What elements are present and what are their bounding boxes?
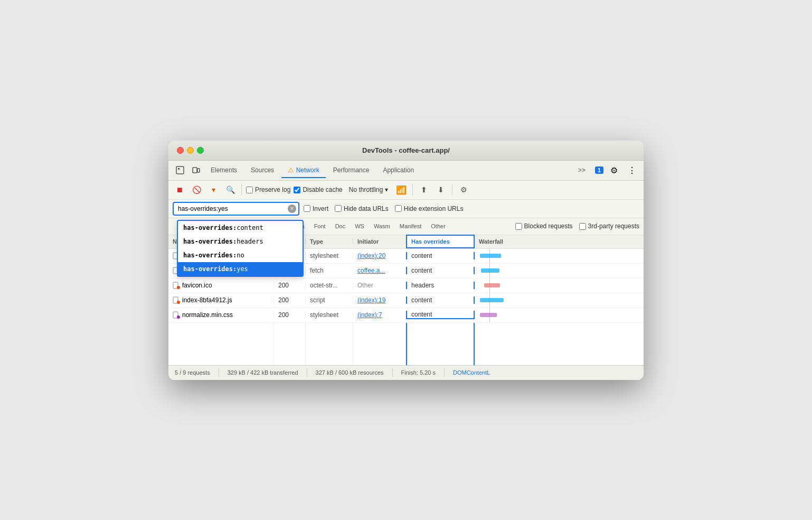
autocomplete-item-yes[interactable]: has-overrides:yes [178,262,303,276]
row-type-2: fetch [306,267,353,274]
col-overrides-header[interactable]: Has overrides [406,235,475,248]
table-row[interactable]: normalize.min.css 200 stylesheet (index)… [168,308,644,323]
autocomplete-item-no[interactable]: has-overrides:no [178,248,303,262]
toolbar-divider-3 [452,184,452,195]
devtools-window: DevTools - coffee-cart.app/ Elements Sou… [168,141,644,380]
request-count: 5 / 9 requests [175,369,210,376]
row-overrides-4: content [406,296,475,304]
col-type-header[interactable]: Type [306,238,353,245]
row-name-5: normalize.min.css [168,311,274,319]
row-type-3: octet-str... [306,282,353,289]
row-waterfall-3 [475,278,644,293]
empty-space [168,323,644,365]
preserve-log-checkbox[interactable] [246,187,253,193]
row-initiator-2[interactable]: coffee.a... [353,267,406,274]
throttle-select[interactable]: No throttling ▾ [346,185,392,194]
more-tabs-button[interactable]: >> [572,163,592,177]
row-type-5: stylesheet [306,311,353,319]
search-button[interactable]: 🔍 [223,183,237,197]
close-button[interactable] [177,147,184,154]
file-icon-5 [173,311,180,319]
upload-button[interactable]: ⬆ [417,183,431,197]
type-filter-doc[interactable]: Doc [331,222,350,230]
filter-options: Invert Hide data URLs Hide extension URL… [304,205,639,212]
invert-label[interactable]: Invert [304,205,328,212]
tab-sources[interactable]: Sources [244,163,280,177]
stop-recording-button[interactable]: ⏹ [173,183,186,197]
row-initiator-1[interactable]: (index):20 [353,252,406,259]
file-icon-3 [173,282,180,289]
hide-data-urls-label[interactable]: Hide data URLs [335,205,389,212]
tab-performance[interactable]: Performance [327,163,376,177]
status-divider-2 [307,368,307,377]
disable-cache-label[interactable]: Disable cache [294,186,342,193]
status-divider-3 [392,368,393,377]
device-icon[interactable] [188,163,203,178]
domcontent-link[interactable]: DOMContentL [453,369,490,376]
row-initiator-4[interactable]: (index):19 [353,296,406,304]
preserve-log-label[interactable]: Preserve log [246,186,290,193]
row-name-4: index-8bfa4912.js [168,296,274,304]
tab-network[interactable]: ⚠ Network [281,163,326,178]
type-filter-ws[interactable]: WS [351,222,369,230]
filter-clear-button[interactable]: ✕ [288,205,296,213]
svg-point-13 [177,315,180,319]
download-button[interactable]: ⬇ [434,183,448,197]
network-warning-icon: ⚠ [288,166,296,174]
row-waterfall-2 [475,264,644,278]
type-filter-wasm[interactable]: Wasm [370,222,394,230]
autocomplete-item-headers[interactable]: has-overrides:headers [178,235,303,248]
svg-rect-0 [176,166,184,174]
settings-icon[interactable]: ⚙ [607,163,621,178]
row-initiator-3: Other [353,282,406,289]
filter-button[interactable]: ▾ [206,183,220,197]
row-status-3: 200 [274,282,306,289]
svg-point-9 [177,286,180,289]
hide-data-urls-checkbox[interactable] [335,205,342,212]
autocomplete-item-content[interactable]: has-overrides:content [178,221,303,235]
more-options-icon[interactable]: ⋮ [625,163,639,178]
clear-button[interactable]: 🚫 [190,183,203,197]
maximize-button[interactable] [197,147,204,154]
blocked-requests-checkbox[interactable] [515,223,522,230]
tab-elements[interactable]: Elements [204,163,243,177]
type-filter-manifest[interactable]: Manifest [395,222,426,230]
hide-extension-urls-label[interactable]: Hide extension URLs [395,205,464,212]
network-settings-button[interactable]: ⚙ [457,183,470,197]
row-waterfall-5 [475,308,644,322]
row-type-4: script [306,296,353,304]
blocked-requests-label[interactable]: Blocked requests [515,222,573,230]
table-row[interactable]: favicon.ico 200 octet-str... Other heade… [168,278,644,293]
traffic-lights [177,147,204,154]
row-overrides-1: content [406,252,475,259]
wifi-icon[interactable]: 📶 [394,183,408,197]
svg-point-11 [177,301,180,304]
minimize-button[interactable] [187,147,194,154]
toolbar: ⏹ 🚫 ▾ 🔍 Preserve log Disable cache No th… [168,181,644,200]
row-name-3: favicon.ico [168,282,274,289]
type-filter-other[interactable]: Other [427,222,450,230]
third-party-checkbox[interactable] [579,223,586,230]
row-waterfall-4 [475,293,644,308]
third-party-label[interactable]: 3rd-party requests [579,222,639,230]
tab-application[interactable]: Application [376,163,420,177]
status-bar: 5 / 9 requests 329 kB / 422 kB transferr… [168,365,644,380]
row-initiator-5[interactable]: (index):7 [353,311,406,319]
hide-extension-urls-checkbox[interactable] [395,205,402,212]
table-row[interactable]: index-8bfa4912.js 200 script (index):19 … [168,293,644,308]
row-status-4: 200 [274,296,306,304]
svg-rect-3 [197,169,200,172]
title-bar: DevTools - coffee-cart.app/ [168,141,644,161]
window-title: DevTools - coffee-cart.app/ [362,146,450,154]
tab-bar: Elements Sources ⚠ Network Performance A… [168,161,644,181]
col-waterfall-header[interactable]: Waterfall [475,238,644,245]
filter-input[interactable] [173,202,299,216]
finish-time: Finish: 5.20 s [401,369,436,376]
type-filter-font[interactable]: Font [310,222,330,230]
row-overrides-2: content [406,267,475,274]
row-waterfall-1 [475,249,644,263]
col-initiator-header[interactable]: Initiator [353,238,406,245]
disable-cache-checkbox[interactable] [294,187,300,193]
invert-checkbox[interactable] [304,205,310,212]
cursor-icon[interactable] [173,163,187,178]
